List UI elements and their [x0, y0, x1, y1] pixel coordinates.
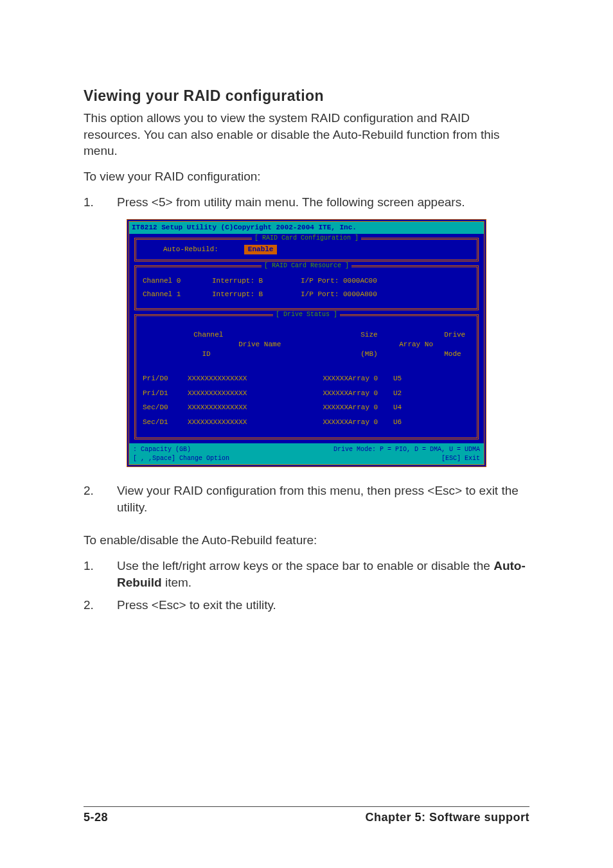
drive-mode: U2 — [393, 389, 425, 398]
header-drive: Drive — [444, 331, 465, 339]
io-port-label: I/P Port: 0000A800 — [301, 290, 416, 299]
list-text: Use the left/right arrow keys or the spa… — [117, 558, 529, 590]
interrupt-label: Interrupt: B — [212, 276, 296, 286]
document-page: Viewing your RAID configuration This opt… — [0, 0, 613, 868]
list-text: View your RAID configuration from this m… — [117, 483, 529, 515]
list-number: 2. — [84, 483, 99, 515]
drive-row: Sec/D1 XXXXXXXXXXXXXX XXXXXX Array 0 U6 — [143, 418, 470, 427]
drive-mode: U5 — [393, 374, 425, 384]
io-port-label: I/P Port: 0000AC00 — [301, 276, 416, 286]
frame-label: [ Drive Status ] — [273, 310, 340, 319]
view-steps-list: 1. Press <5> from utility main menu. The… — [84, 194, 529, 211]
resource-row: Channel 1 Interrupt: B I/P Port: 0000A80… — [143, 290, 470, 299]
resource-row: Channel 0 Interrupt: B I/P Port: 0000AC0… — [143, 276, 470, 286]
drive-size: XXXXXX — [310, 389, 348, 398]
list-text-post: item. — [162, 576, 191, 589]
drive-status-header: Channel ID Drive Name Size (MB) Array No — [143, 321, 470, 369]
channel-label: Channel 1 — [143, 290, 207, 299]
drive-name: XXXXXXXXXXXXXX — [188, 403, 310, 412]
list-item: 1. Use the left/right arrow keys or the … — [84, 558, 529, 590]
section-heading: Viewing your RAID configuration — [84, 87, 529, 105]
list-item: 1. Press <5> from utility main menu. The… — [84, 194, 529, 211]
drive-array: Array 0 — [348, 374, 393, 384]
header-drive-name: Drive Name — [238, 341, 281, 348]
drive-size: XXXXXX — [310, 403, 348, 412]
drive-id: Pri/D1 — [143, 389, 188, 398]
drive-row: Pri/D0 XXXXXXXXXXXXXX XXXXXX Array 0 U5 — [143, 374, 470, 384]
intro-paragraph: This option allows you to view the syste… — [84, 110, 529, 159]
footer-rule — [84, 806, 529, 807]
footer-capacity: : Capacity (GB) — [133, 445, 306, 454]
raid-card-configuration-frame: [ RAID Card Configuration ] Auto-Rebuild… — [134, 238, 479, 261]
terminal-footer: : Capacity (GB) Drive Mode: P = PIO, D =… — [129, 443, 484, 465]
chapter-title: Chapter 5: Software support — [365, 811, 529, 824]
footer-esc-exit: [ESC] Exit — [306, 454, 480, 463]
drive-mode: U6 — [393, 418, 425, 427]
channel-label: Channel 0 — [143, 276, 207, 286]
drive-mode: U4 — [393, 403, 425, 412]
footer-drive-mode: Drive Mode: P = PIO, D = DMA, U = UDMA — [306, 445, 480, 454]
drive-size: XXXXXX — [310, 418, 348, 427]
to-view-paragraph: To view your RAID configuration: — [84, 168, 529, 185]
frame-label: [ RAID Card Configuration ] — [252, 234, 361, 243]
list-text-pre: Use the left/right arrow keys or the spa… — [117, 559, 493, 572]
list-text: Press <Esc> to exit the utility. — [117, 597, 529, 614]
footer-change-option: [ , ,Space] Change Option — [133, 454, 306, 463]
drive-id: Sec/D1 — [143, 418, 188, 427]
list-number: 1. — [84, 558, 99, 590]
drive-id: Pri/D0 — [143, 374, 188, 384]
drive-row: Sec/D0 XXXXXXXXXXXXXX XXXXXX Array 0 U4 — [143, 403, 470, 412]
list-number: 1. — [84, 194, 99, 211]
terminal-titlebar: IT8212 Setup Utility (C)Copyright 2002-2… — [129, 222, 484, 234]
drive-id: Sec/D0 — [143, 403, 188, 412]
page-number: 5-28 — [84, 811, 108, 824]
auto-rebuild-value[interactable]: Enable — [244, 245, 278, 254]
list-item: 2. View your RAID configuration from thi… — [84, 483, 529, 515]
list-item: 2. Press <Esc> to exit the utility. — [84, 597, 529, 614]
enable-steps-list: 1. Use the left/right arrow keys or the … — [84, 558, 529, 614]
drive-name: XXXXXXXXXXXXXX — [188, 374, 310, 384]
drive-size: XXXXXX — [310, 374, 348, 384]
drive-status-frame: [ Drive Status ] Channel ID Drive Name S… — [134, 314, 479, 440]
list-text: Press <5> from utility main menu. The fo… — [117, 194, 529, 211]
drive-array: Array 0 — [348, 403, 393, 412]
view-steps-list-2: 2. View your RAID configuration from thi… — [84, 483, 529, 515]
drive-name: XXXXXXXXXXXXXX — [188, 389, 310, 398]
interrupt-label: Interrupt: B — [212, 290, 296, 299]
bios-terminal: IT8212 Setup Utility (C)Copyright 2002-2… — [127, 219, 486, 467]
drive-array: Array 0 — [348, 389, 393, 398]
drive-row: Pri/D1 XXXXXXXXXXXXXX XXXXXX Array 0 U2 — [143, 389, 470, 398]
header-mode: Mode — [444, 350, 461, 358]
raid-card-resource-frame: [ RAID Card Resource ] Channel 0 Interru… — [134, 265, 479, 310]
drive-array: Array 0 — [348, 418, 393, 427]
drive-name: XXXXXXXXXXXXXX — [188, 418, 310, 427]
frame-label: [ RAID Card Resource ] — [262, 261, 351, 270]
page-footer: 5-28 Chapter 5: Software support — [84, 806, 529, 824]
list-number: 2. — [84, 597, 99, 614]
to-enable-paragraph: To enable/disable the Auto-Rebuild featu… — [84, 532, 529, 549]
auto-rebuild-label: Auto-Rebuild: — [163, 245, 218, 254]
